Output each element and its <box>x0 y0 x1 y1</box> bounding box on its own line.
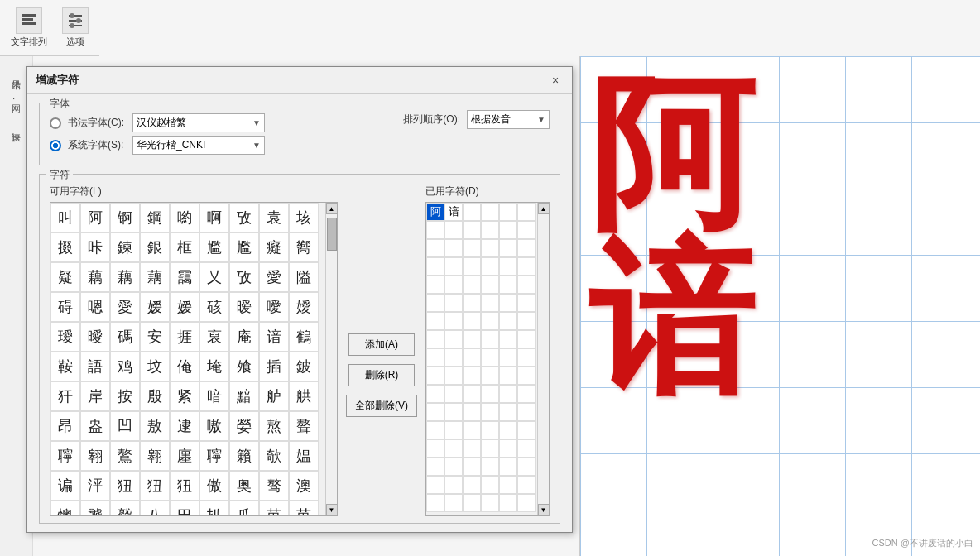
avail-cell[interactable]: 谙 <box>259 322 289 352</box>
used-cell[interactable] <box>444 294 463 312</box>
avail-cell[interactable]: 谝 <box>50 471 80 501</box>
avail-cell[interactable]: 鶴 <box>289 322 319 352</box>
avail-cell[interactable]: 狃 <box>170 471 199 501</box>
used-cell[interactable] <box>463 403 481 421</box>
avail-cell[interactable]: 啊 <box>199 203 229 232</box>
dialog-close-button[interactable]: × <box>547 72 564 89</box>
used-scrollbar[interactable]: ▲ ▼ <box>537 203 549 515</box>
used-cell[interactable] <box>426 239 444 257</box>
used-scroll-up[interactable]: ▲ <box>538 203 550 214</box>
used-cell[interactable] <box>444 494 463 512</box>
avail-cell[interactable]: 聱 <box>289 411 319 441</box>
avail-cell[interactable]: 阿 <box>80 203 110 232</box>
avail-cell[interactable]: 飧 <box>229 352 259 381</box>
used-cell[interactable] <box>481 494 499 512</box>
avail-cell[interactable]: 鹫 <box>110 501 140 516</box>
used-cell[interactable] <box>481 385 499 403</box>
used-cell[interactable] <box>517 276 536 294</box>
used-cell[interactable] <box>426 221 444 239</box>
avail-cell[interactable]: 按 <box>110 381 140 411</box>
used-cell[interactable] <box>463 439 481 458</box>
used-cell[interactable] <box>426 367 444 385</box>
used-cell[interactable] <box>517 494 536 512</box>
used-cell[interactable] <box>444 421 463 439</box>
used-cell[interactable] <box>463 239 481 257</box>
avail-cell[interactable]: 攷 <box>229 203 259 232</box>
avail-cell[interactable]: 咔 <box>80 232 110 262</box>
avail-cell[interactable]: 籟 <box>229 441 259 471</box>
scroll-thumb[interactable] <box>327 218 337 251</box>
used-cell[interactable] <box>481 330 499 348</box>
avail-cell[interactable]: 攷 <box>229 262 259 292</box>
used-cell[interactable] <box>463 294 481 312</box>
used-cell[interactable] <box>517 439 536 458</box>
avail-cell[interactable]: 骜 <box>259 471 289 501</box>
avail-cell[interactable]: 埯 <box>199 352 229 381</box>
used-cell[interactable] <box>481 203 499 221</box>
avail-cell[interactable]: 俺 <box>170 352 199 381</box>
avail-cell[interactable]: 爪 <box>229 501 259 516</box>
used-scroll-down[interactable]: ▼ <box>538 504 550 515</box>
used-cell[interactable] <box>426 476 444 494</box>
used-cell[interactable] <box>481 439 499 458</box>
used-cell[interactable] <box>499 294 517 312</box>
used-cell[interactable] <box>444 239 463 257</box>
avail-cell[interactable]: 噯 <box>259 292 289 322</box>
used-cell[interactable] <box>426 312 444 330</box>
used-cell[interactable] <box>517 367 536 385</box>
used-cell[interactable] <box>517 312 536 330</box>
avail-cell[interactable]: 碼 <box>110 322 140 352</box>
used-cell[interactable] <box>426 294 444 312</box>
used-cell[interactable] <box>517 330 536 348</box>
used-cell[interactable] <box>426 458 444 476</box>
used-cell[interactable] <box>426 439 444 458</box>
used-cell[interactable] <box>444 367 463 385</box>
avail-scrollbar[interactable]: ▲ ▼ <box>325 203 337 515</box>
used-cell[interactable] <box>444 439 463 458</box>
used-cell[interactable] <box>499 403 517 421</box>
avail-cell[interactable]: 舻 <box>259 381 289 411</box>
used-cell[interactable] <box>463 476 481 494</box>
used-cell[interactable] <box>444 348 463 367</box>
used-cell[interactable] <box>463 257 481 276</box>
avail-cell[interactable]: 藕 <box>80 262 110 292</box>
used-cell[interactable] <box>481 312 499 330</box>
avail-cell[interactable]: 掇 <box>50 232 80 262</box>
avail-cell[interactable]: 疑 <box>50 262 80 292</box>
used-cell[interactable] <box>463 203 481 221</box>
avail-cell[interactable]: 硋 <box>199 292 229 322</box>
used-cell[interactable] <box>517 385 536 403</box>
avail-cell[interactable]: 庵 <box>229 322 259 352</box>
avail-cell[interactable]: 饕 <box>80 501 110 516</box>
used-cell[interactable] <box>481 421 499 439</box>
avail-cell[interactable]: 奥 <box>229 471 259 501</box>
used-cell[interactable] <box>444 276 463 294</box>
avail-cell[interactable]: 坟 <box>140 352 170 381</box>
avail-cell[interactable]: 泙 <box>80 471 110 501</box>
used-cell[interactable] <box>499 330 517 348</box>
used-cell[interactable] <box>463 348 481 367</box>
used-cell[interactable] <box>499 421 517 439</box>
used-cell[interactable] <box>426 385 444 403</box>
used-cell[interactable] <box>517 257 536 276</box>
used-cell[interactable]: 阿 <box>426 203 444 221</box>
avail-cell[interactable]: 鈹 <box>289 352 319 381</box>
avail-cell[interactable]: 暗 <box>199 381 229 411</box>
scroll-down-arrow[interactable]: ▼ <box>326 504 338 515</box>
used-cell[interactable] <box>463 367 481 385</box>
used-cell[interactable] <box>481 403 499 421</box>
avail-cell[interactable]: 乂 <box>199 262 229 292</box>
avail-cell[interactable]: 鷔 <box>110 441 140 471</box>
used-cell[interactable] <box>426 494 444 512</box>
used-cell[interactable] <box>499 257 517 276</box>
used-cell[interactable] <box>481 276 499 294</box>
delete-all-button[interactable]: 全部删除(V) <box>346 395 417 417</box>
avail-cell[interactable]: 逮 <box>170 411 199 441</box>
toolbar-options[interactable]: 选项 <box>62 7 89 48</box>
avail-cell[interactable]: 殷 <box>140 381 170 411</box>
used-cell[interactable] <box>499 367 517 385</box>
avail-cell[interactable]: 叫 <box>50 203 80 232</box>
avail-cell[interactable]: 藕 <box>140 262 170 292</box>
avail-cell[interactable]: 袁 <box>259 203 289 232</box>
used-cell[interactable] <box>499 494 517 512</box>
